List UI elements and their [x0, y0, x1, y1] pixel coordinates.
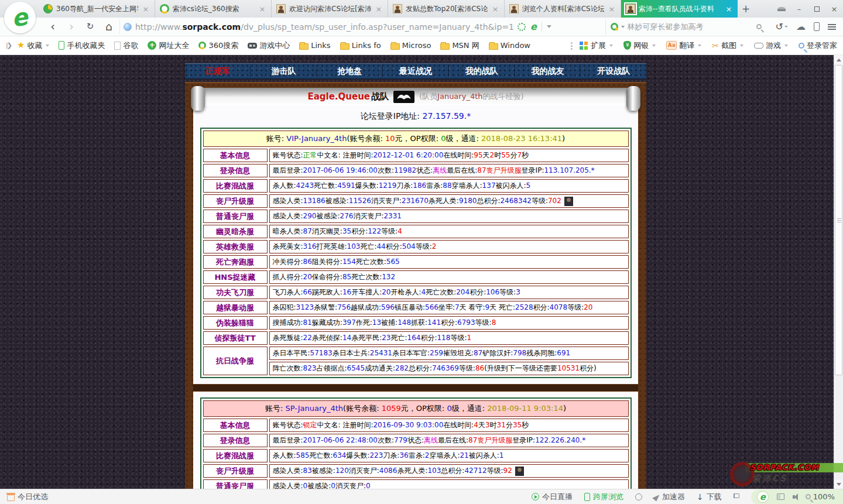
status-item-clock[interactable]	[635, 493, 642, 500]
nav-item[interactable]: 我的战队	[449, 66, 515, 77]
bookmark-item[interactable]: Links fo	[340, 41, 381, 50]
new-tab-button[interactable]: +	[738, 0, 754, 18]
mobile-icon[interactable]	[814, 22, 820, 31]
bookmark-item[interactable]: 游戏中心	[248, 40, 290, 51]
stats-row-content: 杀人数: 585 死亡数: 634 爆头数: 223 刀杀: 36 雷杀: 2 …	[269, 449, 629, 462]
bookmark-item[interactable]: Window	[489, 41, 530, 50]
vertical-scrollbar[interactable]	[834, 55, 843, 489]
stats-row-content: 感染人类: 290 被感染: 276 消灭丧尸: 2331	[269, 210, 629, 223]
search-icon[interactable]	[756, 24, 762, 29]
status-left-item[interactable]: 今日优选	[0, 492, 48, 502]
browser-tab[interactable]: 索沛--查看队员战斗资料×	[621, 0, 738, 18]
stats-row-label: 比赛混战服	[203, 449, 268, 462]
stats-row-label: 抗日战争服	[203, 347, 268, 375]
toolbar-item-aa[interactable]: Aa翻译	[666, 40, 701, 51]
account-separator	[193, 384, 638, 392]
search-engine-dropdown-icon[interactable]	[621, 26, 625, 28]
back-button[interactable]: ‹	[44, 21, 61, 32]
tab-label: 浏览个人资料[索沛CS论坛]	[522, 4, 604, 14]
speaker-icon[interactable]	[793, 495, 795, 499]
status-item-sphone[interactable]: 跨屏浏览	[584, 492, 623, 502]
status-item-play[interactable]: 今日直播	[532, 492, 573, 502]
tab-close-icon[interactable]: ×	[375, 5, 383, 13]
home-button[interactable]: ⌂	[101, 21, 117, 32]
status-item-down[interactable]: ↓下载	[697, 492, 722, 502]
tab-close-icon[interactable]: ×	[142, 5, 150, 13]
bookmark-item[interactable]: Microso	[390, 41, 431, 50]
account-header: 账号: VIP-January_4th(账号余额: 10元，OP权限: 0级，通…	[203, 131, 629, 147]
stats-row-content: 杀死叛徒: 22 杀死侦探: 14 杀死平民: 23 死亡: 164 积分: 1…	[269, 331, 629, 345]
toolbar-item-grid[interactable]: 扩展	[580, 40, 613, 51]
close-button[interactable]: ×	[825, 0, 843, 18]
zoom-control[interactable]: 100%	[806, 492, 835, 501]
scroll-up-icon[interactable]	[834, 55, 843, 64]
toolbar-label: 扩展	[591, 40, 606, 51]
undo-button[interactable]: ↺	[776, 21, 788, 32]
search-box[interactable]: 林妙可穿长裙参加高考	[605, 19, 766, 35]
compat-mode-icon[interactable]: e	[530, 22, 537, 32]
search-input[interactable]: 林妙可穿长裙参加高考	[628, 22, 753, 32]
bookmark-item[interactable]: Links	[299, 41, 330, 50]
stats-line: 最后登录: 2017-06-06 22:48:00 次数: 779 状态: 离线…	[269, 434, 629, 447]
nav-item[interactable]: 正规军	[185, 66, 251, 77]
bookmark-item[interactable]: 谷歌	[114, 40, 138, 51]
forward-button[interactable]: ›	[63, 21, 80, 32]
browser-tab[interactable]: 360导航_新一代安全上网导×	[39, 0, 155, 18]
nav-item[interactable]: 开设战队	[581, 66, 646, 77]
nav-item[interactable]: 抢地盘	[317, 66, 383, 77]
speed-mode-icon[interactable]	[518, 23, 526, 31]
forum-ip-line: 论坛登录IP地址: 27.157.59.*	[193, 109, 638, 126]
stats-row: 功夫飞刀服飞刀杀人: 66 踢死敌人: 16 开车撞人: 20 开枪杀人: 4 …	[203, 286, 629, 299]
url-field[interactable]: http://www.sorpack.com/dv_plus/sp_team/s…	[119, 19, 603, 35]
tab-close-icon[interactable]: ×	[491, 5, 499, 13]
browser-logo-icon[interactable]: e	[4, 2, 36, 33]
bookmark-item[interactable]: 360搜索	[198, 40, 238, 51]
scrollbar-thumb[interactable]	[835, 65, 842, 375]
content-panel: Eagle.Queue战队 (队员January_4th的战斗经验) 论坛登录I…	[185, 82, 646, 489]
toolbar-item-cut[interactable]: ✂截图	[712, 40, 743, 51]
browser-tab[interactable]: 浏览个人资料[索沛CS论坛]×	[505, 0, 621, 18]
bookmarks-expand-icon[interactable]: |❯	[6, 42, 11, 49]
cloud-sync-icon[interactable]: ☁	[796, 21, 806, 32]
bookmark-label: Microso	[402, 41, 431, 50]
tab-close-icon[interactable]: ×	[725, 5, 733, 13]
browser-tab[interactable]: 索沛cs论坛_360搜索×	[155, 0, 272, 18]
stats-line: 杀囚犯: 3123 杀狱警: 756 越狱成功: 596 镇压暴动: 566 坐…	[269, 301, 629, 314]
play-icon	[532, 493, 539, 500]
bookmark-label: Window	[501, 41, 530, 50]
tab-close-icon[interactable]: ×	[258, 5, 266, 13]
sidebar-toggle-icon[interactable]	[777, 493, 784, 500]
url-dropdown-icon[interactable]	[547, 25, 551, 28]
stats-row-content: 感染人类: 13186 被感染: 11526 消灭丧尸: 231670 杀死人类…	[269, 194, 629, 208]
tab-favicon-icon	[276, 4, 286, 13]
bookmark-item[interactable]: ★收藏	[17, 40, 49, 51]
status-item-rocket[interactable]: 加速器	[654, 492, 685, 502]
rank-avatar-icon	[515, 467, 524, 476]
browser-tab[interactable]: 欢迎访问索沛CS论坛[索沛C×	[272, 0, 388, 18]
bookmark-label: 收藏	[27, 40, 42, 51]
toolbar-item-pad2[interactable]: 游戏	[754, 40, 788, 51]
refresh-button[interactable]: ↻	[82, 22, 98, 31]
bookmark-item[interactable]: 手机收藏夹	[59, 40, 105, 51]
bookmark-item[interactable]: +网址大全	[148, 40, 189, 51]
theme-skin-icon[interactable]	[773, 0, 790, 18]
stats-area: 论坛登录IP地址: 27.157.59.* 账号: VIP-January_4t…	[193, 102, 638, 489]
status-item-flag[interactable]	[734, 493, 739, 500]
toolbar-item-shield[interactable]: ¥网银	[623, 40, 656, 51]
browser-mini-logo-icon[interactable]: e	[757, 491, 769, 503]
bookmark-label: MSN 网	[452, 40, 479, 51]
tab-close-icon[interactable]: ×	[608, 5, 616, 13]
overflow-dots-icon[interactable]	[571, 42, 573, 44]
tab-label: 360导航_新一代安全上网导	[56, 4, 138, 14]
browser-tab[interactable]: 发贴总数Top20[索沛CS论坛×	[388, 0, 505, 18]
nav-item[interactable]: 最近战况	[383, 66, 449, 77]
menu-icon[interactable]	[828, 24, 836, 25]
maximize-button[interactable]	[808, 0, 825, 18]
nav-item[interactable]: 我的战友	[515, 66, 581, 77]
bookmark-item[interactable]: MSN 网	[440, 40, 479, 51]
nav-item[interactable]: 游击队	[251, 66, 317, 77]
team-name: Eagle.Queue	[307, 91, 370, 102]
toolbar-item-key[interactable]: 登录管家	[799, 40, 837, 51]
minimize-button[interactable]: –	[790, 0, 808, 18]
stats-line: 最后登录: 2017-06-06 19:46:00 次数: 11982 状态: …	[269, 164, 629, 177]
